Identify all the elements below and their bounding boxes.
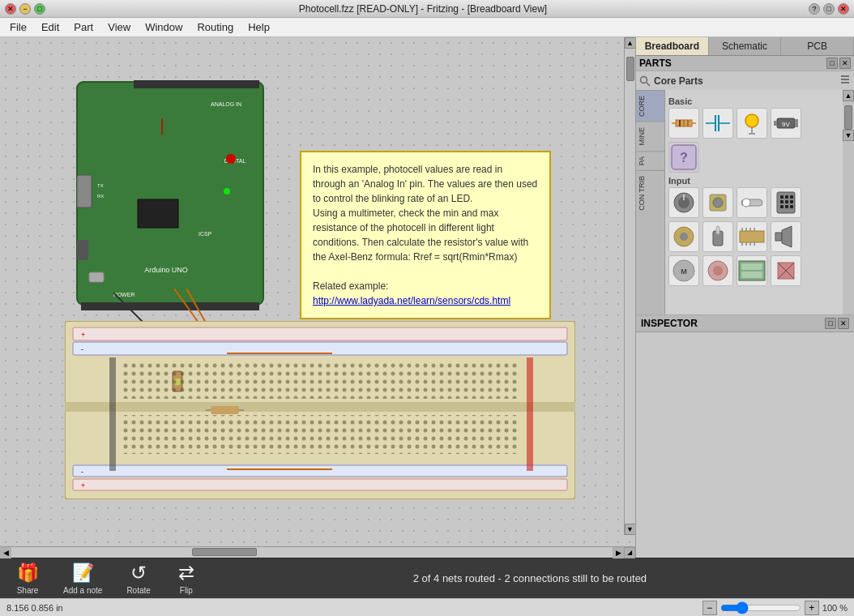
part-motor[interactable]: M xyxy=(668,255,699,286)
cat-mine[interactable]: MINE xyxy=(636,122,664,151)
zoom-out-button[interactable]: − xyxy=(702,601,717,615)
mystery-parts-row: ? xyxy=(668,142,839,173)
svg-text:+: + xyxy=(81,331,85,339)
flip-label: Flip xyxy=(180,586,193,595)
part-resistor[interactable] xyxy=(668,108,699,139)
scroll-down-arrow[interactable]: ▼ xyxy=(625,524,636,535)
canvas-area[interactable]: Arduino UNO DIGITAL ANALOG IN TX RX xyxy=(0,37,635,546)
canvas-hscroll[interactable]: ◀ ▶ ◢ xyxy=(0,546,635,558)
scroll-left-arrow[interactable]: ◀ xyxy=(0,547,11,558)
help-button[interactable]: ? xyxy=(809,3,820,15)
parts-close-button[interactable]: ✕ xyxy=(839,58,851,69)
svg-rect-88 xyxy=(716,226,719,234)
inspector-content xyxy=(636,332,854,558)
part-pushbutton[interactable] xyxy=(702,187,733,218)
tooltip-related: Related example: xyxy=(313,279,538,293)
share-button[interactable]: 🎁 Share xyxy=(16,562,39,595)
parts-scroll-down[interactable]: ▼ xyxy=(843,130,854,141)
arduino-board[interactable]: Arduino UNO DIGITAL ANALOG IN TX RX xyxy=(73,78,267,313)
right-panel: Breadboard Schematic PCB PARTS □ ✕ Core … xyxy=(635,37,854,558)
tab-breadboard[interactable]: Breadboard xyxy=(636,37,709,55)
maximize-button[interactable]: □ xyxy=(34,3,45,15)
part-led[interactable] xyxy=(737,108,767,139)
part-dip[interactable] xyxy=(737,221,767,252)
close-button[interactable]: ✕ xyxy=(5,3,16,15)
svg-text:Arduino UNO: Arduino UNO xyxy=(144,266,188,274)
zoom-in-button[interactable]: + xyxy=(805,601,819,615)
canvas-vscroll[interactable]: ▲ ▼ xyxy=(624,37,635,535)
tab-pcb[interactable]: PCB xyxy=(781,37,854,55)
svg-text:?: ? xyxy=(680,151,688,165)
part-connector[interactable] xyxy=(771,187,801,218)
parts-expand-button[interactable]: □ xyxy=(826,58,838,69)
parts-menu-icon[interactable] xyxy=(839,74,851,88)
part-sensor[interactable] xyxy=(702,255,733,286)
cat-contrib[interactable]: CON TRIB xyxy=(636,170,664,216)
svg-rect-3 xyxy=(138,199,178,228)
svg-rect-82 xyxy=(780,205,784,208)
svg-point-103 xyxy=(713,266,723,276)
menu-help[interactable]: Help xyxy=(241,19,276,35)
svg-rect-39 xyxy=(527,357,533,471)
add-note-button[interactable]: 📝 Add a note xyxy=(63,562,102,595)
svg-point-59 xyxy=(745,114,758,127)
breadboard[interactable]: + - + - xyxy=(65,321,567,499)
minimize-button[interactable]: − xyxy=(19,3,31,15)
canvas-background[interactable]: Arduino UNO DIGITAL ANALOG IN TX RX xyxy=(0,37,635,546)
part-lcd[interactable] xyxy=(737,255,767,286)
svg-rect-83 xyxy=(785,205,788,208)
part-switch[interactable] xyxy=(737,187,767,218)
part-knob[interactable] xyxy=(668,187,699,218)
svg-rect-105 xyxy=(741,263,762,270)
cat-core[interactable]: CORE xyxy=(636,90,664,122)
svg-text:ANALOG IN: ANALOG IN xyxy=(211,101,241,107)
menu-routing[interactable]: Routing xyxy=(190,19,240,35)
section-basic-label: Basic xyxy=(668,96,839,106)
inspector-header: INSPECTOR □ ✕ xyxy=(636,315,854,332)
svg-rect-78 xyxy=(790,195,793,199)
inspector-expand-button[interactable]: □ xyxy=(825,318,836,329)
menu-view[interactable]: View xyxy=(101,19,137,35)
svg-point-72 xyxy=(713,198,723,207)
part-battery[interactable]: 9V xyxy=(771,108,801,139)
zoom-slider[interactable] xyxy=(720,601,801,614)
scroll-right-arrow[interactable]: ▶ xyxy=(613,547,624,558)
rotate-label: Rotate xyxy=(126,586,150,595)
svg-text:POWER: POWER xyxy=(113,292,135,297)
expand-button[interactable]: □ xyxy=(823,3,835,15)
statusbar: 8.156 0.856 in − + 100 % xyxy=(0,598,854,616)
cat-pa[interactable]: PA xyxy=(636,151,664,170)
part-toggle[interactable] xyxy=(702,221,733,252)
flip-button[interactable]: ⇄ Flip xyxy=(175,562,198,595)
part-rotary[interactable] xyxy=(668,221,699,252)
menu-window[interactable]: Window xyxy=(139,19,189,35)
part-capacitor[interactable] xyxy=(702,108,733,139)
rotate-button[interactable]: ↺ Rotate xyxy=(126,562,150,595)
part-other[interactable] xyxy=(771,255,801,286)
parts-scroll-up[interactable]: ▲ xyxy=(843,90,854,101)
svg-text:ICSP: ICSP xyxy=(199,231,212,237)
scroll-up-arrow[interactable]: ▲ xyxy=(625,37,636,49)
routing-status: 2 of 4 nets routed - 2 connections still… xyxy=(222,572,838,584)
menu-part[interactable]: Part xyxy=(67,19,100,35)
tab-schematic[interactable]: Schematic xyxy=(709,37,782,55)
flip-icon: ⇄ xyxy=(175,562,198,584)
svg-rect-43 xyxy=(122,415,519,454)
part-speaker[interactable] xyxy=(771,221,801,252)
svg-point-7 xyxy=(224,188,230,195)
part-mystery[interactable]: ? xyxy=(668,142,699,173)
app-close-button[interactable]: ✕ xyxy=(838,3,849,15)
parts-scrollbar[interactable]: ▲ ▼ xyxy=(843,90,854,315)
menu-file[interactable]: File xyxy=(3,19,33,35)
svg-rect-42 xyxy=(122,360,519,399)
tooltip-link[interactable]: http://www.ladyada.net/learn/sensors/cds… xyxy=(313,295,510,306)
menubar: File Edit Part View Window Routing Help xyxy=(0,18,854,37)
inspector-close-button[interactable]: ✕ xyxy=(838,318,849,329)
svg-rect-84 xyxy=(790,205,793,208)
svg-text:+: + xyxy=(81,481,85,490)
svg-point-74 xyxy=(742,199,750,207)
parts-search-bar: Core Parts xyxy=(636,71,854,90)
parts-items-grid: Basic xyxy=(665,90,843,315)
svg-rect-89 xyxy=(740,231,764,242)
menu-edit[interactable]: Edit xyxy=(35,19,66,35)
